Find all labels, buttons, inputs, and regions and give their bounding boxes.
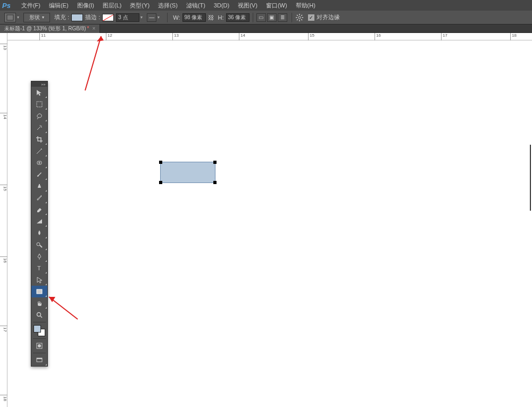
- menu-file[interactable]: 文件(F): [17, 2, 45, 10]
- ruler-horizontal[interactable]: 11 12 13 14 15 16 17 18: [7, 33, 532, 40]
- path-ops-button-1[interactable]: ▭: [256, 13, 266, 22]
- collapse-icon: ▸▸: [41, 82, 46, 87]
- stroke-color-swatch[interactable]: [102, 14, 114, 21]
- divider: [292, 13, 292, 22]
- separator: [33, 322, 46, 322]
- menu-help[interactable]: 帮助(H): [292, 2, 320, 10]
- document-tab[interactable]: 未标题-1 @ 133% (矩形 1, RGB/8) * ×: [0, 24, 100, 33]
- svg-line-7: [301, 19, 302, 20]
- move-tool[interactable]: [31, 87, 47, 98]
- transform-handle-tr[interactable]: [213, 161, 217, 164]
- document-tab-bar: 未标题-1 @ 133% (矩形 1, RGB/8) * ×: [0, 24, 532, 33]
- svg-rect-10: [37, 102, 42, 107]
- hand-tool[interactable]: [31, 297, 47, 309]
- ruler-tick: 11: [39, 33, 46, 40]
- link-wh-icon[interactable]: ⛓: [208, 14, 214, 21]
- width-input[interactable]: 98 像素: [182, 13, 206, 22]
- align-edges-label: 对齐边缘: [317, 13, 340, 21]
- dodge-tool[interactable]: [31, 239, 47, 251]
- eyedropper-tool[interactable]: [31, 145, 47, 157]
- ruler-tick: 15: [308, 33, 314, 40]
- stroke-width-input[interactable]: 3 点: [116, 13, 139, 22]
- ruler-tick: 17: [0, 326, 7, 332]
- rectangle-shape-tool[interactable]: [31, 286, 47, 297]
- healing-brush-tool[interactable]: [31, 157, 47, 169]
- eraser-tool[interactable]: [31, 204, 47, 215]
- lasso-tool[interactable]: [31, 110, 47, 122]
- ruler-vertical[interactable]: 13 14 15 16 17 18: [0, 33, 7, 407]
- menu-3d[interactable]: 3D(D): [210, 2, 234, 9]
- svg-rect-25: [37, 358, 42, 359]
- modified-indicator: *: [87, 26, 89, 31]
- brush-tool[interactable]: [31, 169, 47, 180]
- svg-line-6: [297, 15, 298, 16]
- tools-panel[interactable]: ▸▸ T: [31, 81, 48, 367]
- ruler-tick: 18: [0, 395, 7, 401]
- transform-handle-bl[interactable]: [159, 181, 162, 184]
- ruler-tick: 15: [0, 185, 7, 191]
- gear-icon[interactable]: [295, 13, 304, 22]
- magic-wand-tool[interactable]: [31, 122, 47, 134]
- menu-window[interactable]: 窗口(W): [262, 2, 292, 10]
- path-ops-button-2[interactable]: ▣: [267, 13, 277, 22]
- canvas[interactable]: [7, 40, 532, 407]
- marquee-tool[interactable]: [31, 98, 47, 110]
- ruler-tick: 18: [510, 33, 517, 40]
- fill-color-swatch[interactable]: [71, 14, 83, 21]
- stroke-label: 描边 :: [85, 13, 100, 21]
- svg-line-21: [40, 316, 42, 318]
- ruler-tick: 13: [172, 33, 179, 40]
- transform-handle-br[interactable]: [213, 181, 217, 184]
- clone-stamp-tool[interactable]: [31, 180, 47, 192]
- menu-filter[interactable]: 滤镜(T): [182, 2, 210, 10]
- blur-tool[interactable]: [31, 227, 47, 239]
- pen-tool[interactable]: [31, 251, 47, 262]
- chevron-down-icon: ▾: [42, 15, 44, 20]
- rectangle-shape-selected[interactable]: [160, 162, 215, 183]
- divider: [253, 13, 253, 22]
- screen-mode-toggle[interactable]: [31, 354, 47, 366]
- color-swatches[interactable]: [31, 323, 47, 337]
- tool-preset-picker[interactable]: [4, 13, 16, 22]
- crop-tool[interactable]: [31, 134, 47, 145]
- menu-type[interactable]: 类型(Y): [126, 2, 154, 10]
- shape-mode-select[interactable]: 形状 ▾: [23, 13, 50, 22]
- scrollbar-stub[interactable]: [530, 145, 531, 211]
- width-label: W:: [173, 14, 180, 21]
- menu-layer[interactable]: 图层(L): [98, 2, 126, 10]
- svg-line-17: [40, 245, 42, 247]
- path-ops-button-3[interactable]: ≣: [278, 13, 287, 22]
- tool-options-bar: ▾ 形状 ▾ 填充 : 描边 : 3 点 ▾ — ▾ W: 98 像素 ⛓ H:…: [0, 11, 532, 24]
- transform-handle-tl[interactable]: [159, 161, 162, 164]
- stroke-type-button[interactable]: —: [147, 13, 156, 22]
- document-tab-title: 未标题-1 @ 133% (矩形 1, RGB/8): [4, 25, 86, 32]
- svg-rect-19: [37, 289, 42, 294]
- ruler-tick: 16: [0, 256, 7, 263]
- ruler-tick: 16: [375, 33, 381, 40]
- align-edges-checkbox[interactable]: ✓: [308, 14, 314, 21]
- height-input[interactable]: 36 像素: [226, 13, 250, 22]
- svg-text:T: T: [37, 265, 41, 271]
- gradient-tool[interactable]: [31, 215, 47, 227]
- svg-point-20: [37, 313, 41, 317]
- foreground-color-swatch[interactable]: [34, 325, 41, 333]
- chevron-down-icon[interactable]: ▾: [157, 15, 160, 20]
- menu-select[interactable]: 选择(S): [154, 2, 182, 10]
- quick-mask-toggle[interactable]: [31, 340, 47, 352]
- ruler-tick: 14: [239, 33, 245, 40]
- menu-view[interactable]: 视图(V): [234, 2, 262, 10]
- panel-grip[interactable]: ▸▸: [31, 81, 47, 87]
- separator: [33, 338, 46, 339]
- ruler-tick: 13: [0, 44, 7, 50]
- menu-image[interactable]: 图像(I): [73, 2, 98, 10]
- ruler-tick: 14: [0, 113, 7, 119]
- zoom-tool[interactable]: [31, 309, 47, 321]
- menu-edit[interactable]: 编辑(E): [45, 2, 73, 10]
- path-select-tool[interactable]: [31, 274, 47, 286]
- close-tab-icon[interactable]: ×: [92, 26, 95, 31]
- app-logo: Ps: [2, 2, 11, 10]
- chevron-down-icon[interactable]: ▾: [140, 15, 143, 20]
- type-tool[interactable]: T: [31, 262, 47, 274]
- history-brush-tool[interactable]: [31, 192, 47, 204]
- chevron-down-icon[interactable]: ▾: [17, 15, 19, 20]
